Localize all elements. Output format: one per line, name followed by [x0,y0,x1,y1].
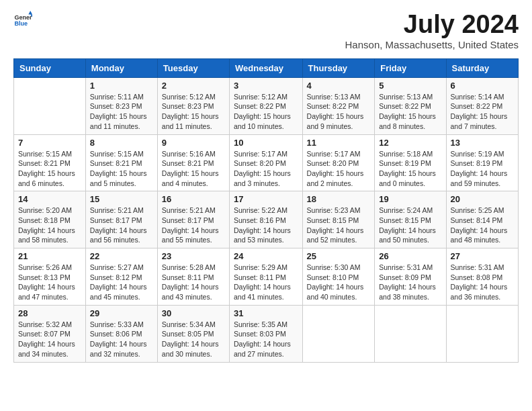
calendar-cell: 28Sunrise: 5:32 AM Sunset: 8:07 PM Dayli… [14,305,86,362]
week-row-5: 28Sunrise: 5:32 AM Sunset: 8:07 PM Dayli… [14,305,519,362]
day-number: 17 [234,194,298,204]
svg-text:General: General [14,14,32,21]
svg-marker-2 [28,11,32,15]
day-number: 3 [234,81,298,91]
day-info: Sunrise: 5:30 AM Sunset: 8:10 PM Dayligh… [307,263,371,302]
calendar-cell: 15Sunrise: 5:21 AM Sunset: 8:17 PM Dayli… [85,191,157,248]
calendar-cell: 20Sunrise: 5:25 AM Sunset: 8:14 PM Dayli… [446,191,518,248]
day-info: Sunrise: 5:15 AM Sunset: 8:21 PM Dayligh… [90,149,153,189]
calendar-cell: 2Sunrise: 5:12 AM Sunset: 8:23 PM Daylig… [157,77,229,134]
header-row: SundayMondayTuesdayWednesdayThursdayFrid… [14,58,519,77]
day-number: 10 [234,138,298,148]
day-number: 22 [90,251,153,261]
calendar-cell: 10Sunrise: 5:17 AM Sunset: 8:20 PM Dayli… [230,134,303,191]
day-info: Sunrise: 5:22 AM Sunset: 8:16 PM Dayligh… [234,205,298,245]
calendar-cell: 31Sunrise: 5:35 AM Sunset: 8:03 PM Dayli… [230,305,303,362]
week-row-4: 21Sunrise: 5:26 AM Sunset: 8:13 PM Dayli… [14,248,519,306]
calendar-cell: 30Sunrise: 5:34 AM Sunset: 8:05 PM Dayli… [157,305,229,362]
calendar-cell: 26Sunrise: 5:31 AM Sunset: 8:09 PM Dayli… [375,248,446,306]
calendar-cell: 9Sunrise: 5:16 AM Sunset: 8:21 PM Daylig… [157,134,229,191]
calendar-cell: 22Sunrise: 5:27 AM Sunset: 8:12 PM Dayli… [85,248,157,306]
day-number: 11 [307,138,371,148]
day-info: Sunrise: 5:17 AM Sunset: 8:20 PM Dayligh… [234,149,298,189]
day-number: 28 [18,308,81,318]
day-info: Sunrise: 5:26 AM Sunset: 8:13 PM Dayligh… [18,263,81,302]
day-number: 13 [451,138,514,148]
day-info: Sunrise: 5:31 AM Sunset: 8:08 PM Dayligh… [451,263,514,302]
day-info: Sunrise: 5:35 AM Sunset: 8:03 PM Dayligh… [234,320,298,359]
day-number: 6 [451,81,514,91]
calendar-cell: 17Sunrise: 5:22 AM Sunset: 8:16 PM Dayli… [230,191,303,248]
header-day-sunday: Sunday [14,58,86,77]
day-info: Sunrise: 5:13 AM Sunset: 8:22 PM Dayligh… [379,92,441,132]
week-row-3: 14Sunrise: 5:20 AM Sunset: 8:18 PM Dayli… [14,191,519,248]
day-info: Sunrise: 5:25 AM Sunset: 8:14 PM Dayligh… [451,205,514,245]
day-info: Sunrise: 5:15 AM Sunset: 8:21 PM Dayligh… [18,149,81,189]
header: General Blue July 2024 Hanson, Massachus… [13,11,519,50]
day-info: Sunrise: 5:16 AM Sunset: 8:21 PM Dayligh… [162,149,225,189]
calendar-cell: 23Sunrise: 5:28 AM Sunset: 8:11 PM Dayli… [157,248,229,306]
day-number: 31 [234,308,298,318]
day-number: 26 [379,251,441,261]
calendar-cell: 13Sunrise: 5:19 AM Sunset: 8:19 PM Dayli… [446,134,518,191]
logo-icon: General Blue [13,11,32,30]
day-number: 5 [379,81,441,91]
day-info: Sunrise: 5:17 AM Sunset: 8:20 PM Dayligh… [307,149,371,189]
calendar-cell: 18Sunrise: 5:23 AM Sunset: 8:15 PM Dayli… [302,191,375,248]
calendar-cell: 14Sunrise: 5:20 AM Sunset: 8:18 PM Dayli… [14,191,86,248]
day-number: 7 [18,138,81,148]
day-info: Sunrise: 5:21 AM Sunset: 8:17 PM Dayligh… [90,205,153,245]
day-number: 1 [90,81,153,91]
location-title: Hanson, Massachusetts, United States [345,39,519,50]
week-row-2: 7Sunrise: 5:15 AM Sunset: 8:21 PM Daylig… [14,134,519,191]
logo: General Blue [13,11,32,30]
day-info: Sunrise: 5:34 AM Sunset: 8:05 PM Dayligh… [162,320,225,359]
calendar-cell [14,77,86,134]
header-day-saturday: Saturday [446,58,518,77]
calendar-cell: 6Sunrise: 5:14 AM Sunset: 8:22 PM Daylig… [446,77,518,134]
day-info: Sunrise: 5:13 AM Sunset: 8:22 PM Dayligh… [307,92,371,132]
month-title: July 2024 [345,11,519,39]
day-info: Sunrise: 5:32 AM Sunset: 8:07 PM Dayligh… [18,320,81,359]
calendar-cell: 29Sunrise: 5:33 AM Sunset: 8:06 PM Dayli… [85,305,157,362]
day-info: Sunrise: 5:18 AM Sunset: 8:19 PM Dayligh… [379,149,441,189]
day-number: 8 [90,138,153,148]
calendar-cell: 21Sunrise: 5:26 AM Sunset: 8:13 PM Dayli… [14,248,86,306]
header-day-thursday: Thursday [302,58,375,77]
day-number: 20 [451,194,514,204]
header-day-friday: Friday [375,58,446,77]
day-info: Sunrise: 5:12 AM Sunset: 8:23 PM Dayligh… [162,92,225,132]
calendar-cell: 3Sunrise: 5:12 AM Sunset: 8:22 PM Daylig… [230,77,303,134]
day-info: Sunrise: 5:31 AM Sunset: 8:09 PM Dayligh… [379,263,441,302]
day-number: 9 [162,138,225,148]
calendar-cell [446,305,518,362]
day-number: 18 [307,194,371,204]
calendar-cell: 11Sunrise: 5:17 AM Sunset: 8:20 PM Dayli… [302,134,375,191]
day-number: 24 [234,251,298,261]
day-info: Sunrise: 5:28 AM Sunset: 8:11 PM Dayligh… [162,263,225,302]
day-number: 12 [379,138,441,148]
calendar-cell: 19Sunrise: 5:24 AM Sunset: 8:15 PM Dayli… [375,191,446,248]
day-number: 21 [18,251,81,261]
calendar-cell: 16Sunrise: 5:21 AM Sunset: 8:17 PM Dayli… [157,191,229,248]
day-info: Sunrise: 5:21 AM Sunset: 8:17 PM Dayligh… [162,205,225,245]
svg-text:Blue: Blue [14,20,28,27]
day-info: Sunrise: 5:12 AM Sunset: 8:22 PM Dayligh… [234,92,298,132]
header-day-tuesday: Tuesday [157,58,229,77]
day-number: 14 [18,194,81,204]
day-number: 25 [307,251,371,261]
day-number: 30 [162,308,225,318]
day-info: Sunrise: 5:20 AM Sunset: 8:18 PM Dayligh… [18,205,81,245]
calendar-cell: 1Sunrise: 5:11 AM Sunset: 8:23 PM Daylig… [85,77,157,134]
title-area: July 2024 Hanson, Massachusetts, United … [345,11,519,50]
calendar-cell: 25Sunrise: 5:30 AM Sunset: 8:10 PM Dayli… [302,248,375,306]
day-info: Sunrise: 5:27 AM Sunset: 8:12 PM Dayligh… [90,263,153,302]
day-number: 23 [162,251,225,261]
header-day-monday: Monday [85,58,157,77]
day-info: Sunrise: 5:14 AM Sunset: 8:22 PM Dayligh… [451,92,514,132]
week-row-1: 1Sunrise: 5:11 AM Sunset: 8:23 PM Daylig… [14,77,519,134]
day-number: 29 [90,308,153,318]
day-number: 19 [379,194,441,204]
day-info: Sunrise: 5:24 AM Sunset: 8:15 PM Dayligh… [379,205,441,245]
calendar-cell: 27Sunrise: 5:31 AM Sunset: 8:08 PM Dayli… [446,248,518,306]
